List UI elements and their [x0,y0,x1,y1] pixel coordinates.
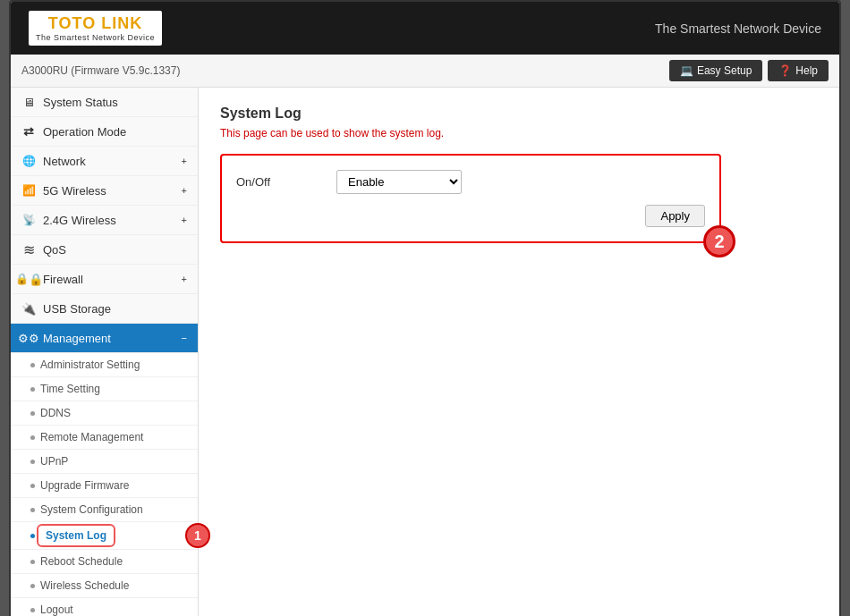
sidebar-sub-label: Remote Management [40,431,143,443]
dot-icon [30,584,35,588]
help-icon: ❓ [778,64,792,77]
sidebar-sub-system-config[interactable]: System Configuration [11,498,198,522]
route-icon [21,124,36,139]
sidebar-item-label: Network [43,155,86,168]
chevron-right-icon: + [182,215,187,225]
help-button[interactable]: ❓ Help [768,60,829,81]
sidebar-sub-label: System Configuration [40,503,143,516]
sidebar-sub-label: Reboot Schedule [40,555,123,568]
badge-2: 2 [703,225,735,257]
shield-icon: 🔒 [21,272,36,286]
system-log-form: On/Off Enable Disable Apply 2 [220,154,721,243]
logo-link: LINK [96,14,142,32]
dot-icon [30,387,35,392]
sidebar-sub-label: Wireless Schedule [40,579,129,592]
sidebar-sub-ddns[interactable]: DDNS [11,401,198,426]
header-tagline: The Smartest Network Device [655,21,821,36]
onoff-row: On/Off Enable Disable [236,170,705,194]
sidebar-item-label: QoS [43,243,66,257]
dot-icon [30,484,35,488]
sidebar-item-label: 2.4G Wireless [43,214,116,227]
sidebar-item-label: Firewall [43,273,83,286]
dot-icon [30,608,35,612]
badge-1: 1 [185,523,210,548]
app-window: TOTO LINK The Smartest Network Device Th… [9,0,841,616]
sidebar-sub-upgrade-firmware[interactable]: Upgrade Firmware [11,474,198,498]
sidebar-sub-label: Upgrade Firmware [40,479,129,492]
logo-toto: TOTO [48,14,96,32]
sidebar-sub-upnp[interactable]: UPnP [11,450,198,474]
chevron-right-icon: + [182,185,187,196]
wifi-icon [21,183,36,198]
sidebar-sub-logout[interactable]: Logout [11,598,198,616]
toolbar: A3000RU (Firmware V5.9c.1337) 💻 Easy Set… [11,55,839,88]
sidebar-sub-label: UPnP [40,455,68,468]
apply-row: Apply [236,205,705,227]
dot-icon [30,508,35,512]
dot-icon [30,560,35,564]
logo: TOTO LINK The Smartest Network Device [29,11,162,46]
sidebar-item-firewall[interactable]: 🔒 Firewall + [11,265,198,294]
sidebar-item-usb-storage[interactable]: 🔌 USB Storage [11,294,198,324]
sidebar-item-label: Management [43,332,111,345]
sidebar-item-management[interactable]: ⚙ Management − [11,324,198,353]
main-layout: System Status Operation Mode Network + 5… [11,88,839,616]
sidebar-sub-time-setting[interactable]: Time Setting [11,377,198,401]
sidebar-item-5g-wireless[interactable]: 5G Wireless + [11,176,198,206]
sidebar-sub-system-log[interactable]: System Log 1 [11,522,198,550]
sidebar-item-label: USB Storage [43,302,111,316]
content-area: System Log This page can be used to show… [199,88,839,616]
sidebar-sub-remote-management[interactable]: Remote Management [11,426,198,450]
sidebar-sub-label: Logout [40,603,73,616]
sidebar-sub-label: Time Setting [40,383,100,395]
chevron-down-icon: − [182,333,187,343]
sidebar-item-operation-mode[interactable]: Operation Mode [11,117,198,147]
sidebar-item-label: Operation Mode [43,125,126,139]
dot-icon [30,534,35,538]
gear-icon: ⚙ [21,331,36,345]
sidebar-sub-label: Administrator Setting [40,359,140,371]
dot-icon [30,460,35,464]
sidebar-item-qos[interactable]: QoS [11,235,198,265]
page-description: This page can be used to show the system… [220,127,818,139]
dot-icon [30,363,35,367]
header: TOTO LINK The Smartest Network Device Th… [11,2,839,55]
sidebar-item-network[interactable]: Network + [11,147,198,176]
dot-icon [30,411,35,416]
sidebar-item-2g-wireless[interactable]: 2.4G Wireless + [11,206,198,235]
computer-icon: 💻 [680,64,693,77]
sidebar-sub-wireless-schedule[interactable]: Wireless Schedule [11,574,198,598]
logo-sub: The Smartest Network Device [36,33,155,42]
toolbar-buttons: 💻 Easy Setup ❓ Help [669,60,829,81]
monitor-icon [21,95,36,109]
easy-setup-button[interactable]: 💻 Easy Setup [669,60,762,81]
onoff-select[interactable]: Enable Disable [336,170,462,194]
sidebar-item-system-status[interactable]: System Status [11,88,198,117]
sidebar-item-label: 5G Wireless [43,184,106,198]
firmware-info: A3000RU (Firmware V5.9c.1337) [21,64,180,77]
onoff-label: On/Off [236,175,326,189]
sidebar-item-label: System Status [43,96,118,109]
usb-icon: 🔌 [21,301,36,316]
system-log-label: System Log [40,527,112,544]
qos-icon [21,242,36,257]
sidebar-sub-admin-setting[interactable]: Administrator Setting [11,353,198,377]
dot-icon [30,435,35,440]
chevron-right-icon: + [182,156,187,166]
sidebar-sub-label: DDNS [40,407,71,419]
globe-icon [21,154,36,168]
logo-text: TOTO LINK [48,14,142,33]
management-submenu: Administrator Setting Time Setting DDNS … [11,353,198,616]
apply-button[interactable]: Apply [645,205,705,227]
sidebar-sub-reboot-schedule[interactable]: Reboot Schedule [11,550,198,574]
page-title: System Log [220,105,818,122]
sidebar: System Status Operation Mode Network + 5… [11,88,199,616]
wifi2-icon [21,213,36,227]
chevron-right-icon: + [182,274,187,284]
